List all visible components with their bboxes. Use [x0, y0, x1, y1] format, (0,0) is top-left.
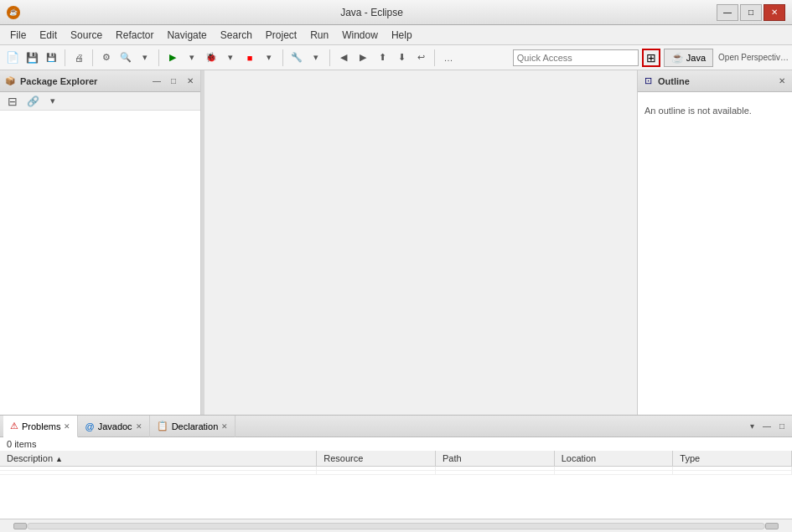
toolbar-extra[interactable]: …	[439, 49, 458, 67]
col-description: Description ▲	[0, 451, 317, 467]
menu-search[interactable]: Search	[214, 25, 259, 45]
tab-declaration-close[interactable]: ✕	[221, 422, 228, 431]
maximize-button[interactable]: □	[740, 4, 762, 21]
package-explorer-minimize[interactable]: —	[150, 75, 163, 88]
bottom-tab-controls: ▾ — □	[745, 420, 789, 433]
outline-content: An outline is not available.	[638, 92, 792, 415]
open-perspective-button[interactable]: ⊞	[642, 49, 660, 67]
close-button[interactable]: ✕	[764, 4, 785, 21]
outline-title: Outline	[658, 76, 772, 86]
title-bar: ☕ Java - Eclipse — □ ✕	[0, 0, 792, 25]
toolbar-extern-group: 🔧 ▾	[287, 49, 325, 67]
toolbar-edit-group: 🖨	[70, 49, 88, 67]
java-perspective-label: Java	[686, 53, 706, 63]
javadoc-icon: @	[85, 421, 94, 431]
col-resource: Resource	[317, 451, 436, 467]
outline-close[interactable]: ✕	[775, 75, 789, 88]
print-button[interactable]: 🖨	[70, 49, 88, 67]
menu-source[interactable]: Source	[64, 25, 109, 45]
menu-project[interactable]: Project	[259, 25, 303, 45]
package-explorer-close[interactable]: ✕	[184, 75, 197, 88]
refactor-button[interactable]: ⚙	[97, 49, 116, 67]
save-all-button[interactable]: 💾	[42, 49, 60, 67]
extern-tools-button[interactable]: 🔧	[287, 49, 306, 67]
tab-declaration[interactable]: 📋 Declaration ✕	[150, 416, 236, 437]
quick-access-input[interactable]	[513, 49, 639, 66]
open-type-dd[interactable]: ▾	[136, 49, 154, 67]
col-location: Location	[554, 451, 673, 467]
tab-javadoc-label: Javadoc	[98, 421, 132, 431]
toolbar-sep-2	[92, 49, 93, 66]
stop-button[interactable]: ■	[241, 49, 259, 67]
back-button[interactable]: ◀	[334, 49, 353, 67]
forward-button[interactable]: ▶	[354, 49, 372, 67]
collapse-all-button[interactable]: ⊟	[3, 92, 22, 111]
tab-declaration-label: Declaration	[172, 421, 219, 431]
outline-icon: ⊡	[641, 75, 655, 88]
open-type-button[interactable]: 🔍	[116, 49, 135, 67]
view-menu-button[interactable]: ▾	[44, 92, 62, 111]
tab-javadoc-close[interactable]: ✕	[136, 422, 142, 431]
debug-dd[interactable]: ▾	[221, 49, 240, 67]
menu-run[interactable]: Run	[303, 25, 335, 45]
save-button[interactable]: 💾	[23, 49, 41, 67]
scrollbar-right-arrow[interactable]	[765, 523, 779, 529]
toolbar-sep-6	[434, 49, 435, 66]
new-button[interactable]: 📄	[3, 49, 22, 67]
quick-access-area: ⊞ ☕ Java Open Perspectiv…	[513, 49, 789, 67]
cell-res-2	[317, 471, 436, 475]
package-explorer-icon: 📦	[3, 75, 17, 88]
app-body: 📦 Package Explorer — □ ✕ ⊟ 🔗 ▾ ⊡	[0, 70, 792, 532]
col-type: Type	[673, 451, 792, 467]
toolbar-refactor-group: ⚙ 🔍 ▾	[97, 49, 154, 67]
cell-path-2	[435, 471, 554, 475]
open-perspective-text[interactable]: Open Perspectiv…	[718, 53, 789, 62]
outline-panel: ⊡ Outline ✕ An outline is not available.	[637, 70, 792, 415]
menu-refactor[interactable]: Refactor	[109, 25, 160, 45]
scrollbar-left-arrow[interactable]	[13, 523, 27, 529]
editor-panel	[204, 70, 637, 415]
bottom-panel-pulldown[interactable]: ▾	[745, 420, 758, 433]
last-edit-button[interactable]: ↩	[412, 49, 430, 67]
package-explorer-panel: 📦 Package Explorer — □ ✕ ⊟ 🔗 ▾	[0, 70, 201, 415]
minimize-button[interactable]: —	[717, 4, 738, 21]
stop-dd[interactable]: ▾	[260, 49, 278, 67]
run-button[interactable]: ▶	[163, 49, 182, 67]
problems-table-element: Description ▲ Resource Path Location Typ…	[0, 451, 792, 475]
toolbar-sep-3	[158, 49, 159, 66]
package-explorer-maximize[interactable]: □	[167, 75, 180, 88]
table-row	[0, 471, 792, 475]
bottom-panel: ⚠ Problems ✕ @ Javadoc ✕ 📋 Declaration ✕…	[0, 415, 792, 532]
menu-bar: File Edit Source Refactor Navigate Searc…	[0, 25, 792, 45]
bottom-tabs: ⚠ Problems ✕ @ Javadoc ✕ 📋 Declaration ✕…	[0, 416, 792, 437]
link-editor-button[interactable]: 🔗	[23, 92, 42, 111]
menu-file[interactable]: File	[3, 25, 33, 45]
debug-button[interactable]: 🐞	[202, 49, 220, 67]
cell-loc-2	[554, 471, 673, 475]
tab-problems-label: Problems	[22, 421, 60, 431]
tab-problems-close[interactable]: ✕	[64, 422, 70, 431]
scrollbar-track[interactable]	[27, 523, 765, 529]
editor-area[interactable]	[204, 70, 637, 415]
next-edit-button[interactable]: ⬇	[392, 49, 411, 67]
java-perspective-button[interactable]: ☕ Java	[664, 49, 713, 67]
menu-navigate[interactable]: Navigate	[160, 25, 213, 45]
menu-help[interactable]: Help	[385, 25, 419, 45]
tab-problems[interactable]: ⚠ Problems ✕	[3, 416, 78, 437]
cell-desc-2	[0, 471, 317, 475]
outline-message: An outline is not available.	[638, 92, 792, 129]
menu-edit[interactable]: Edit	[33, 25, 64, 45]
menu-window[interactable]: Window	[335, 25, 385, 45]
prev-edit-button[interactable]: ⬆	[373, 49, 391, 67]
problems-count: 0 items	[0, 437, 792, 451]
bottom-panel-maximize[interactable]: □	[775, 420, 789, 433]
extern-tools-dd[interactable]: ▾	[307, 49, 325, 67]
work-area: 📦 Package Explorer — □ ✕ ⊟ 🔗 ▾ ⊡	[0, 70, 792, 415]
run-dd[interactable]: ▾	[183, 49, 201, 67]
bottom-panel-minimize[interactable]: —	[760, 420, 774, 433]
cell-type-2	[673, 471, 792, 475]
package-explorer-header: 📦 Package Explorer — □ ✕	[0, 70, 200, 92]
outline-header: ⊡ Outline ✕	[638, 70, 792, 92]
tab-javadoc[interactable]: @ Javadoc ✕	[78, 416, 149, 437]
horizontal-scrollbar[interactable]	[0, 519, 792, 532]
